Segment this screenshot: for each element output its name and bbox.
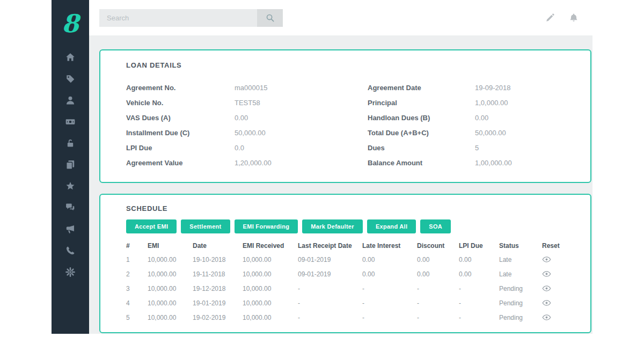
reset-view-button[interactable]: [542, 300, 551, 306]
field-value: 50,000.00: [235, 125, 368, 140]
app-logo: 8: [62, 0, 79, 47]
schedule-cell: 10,000.00: [148, 310, 193, 325]
lock-icon[interactable]: [65, 138, 75, 148]
schedule-cell: 19-10-2018: [193, 252, 243, 267]
schedule-cell: -: [362, 310, 417, 325]
schedule-cell: 0.00: [459, 252, 499, 267]
notifications-bell-icon[interactable]: [569, 13, 579, 23]
chat-icon[interactable]: [65, 203, 75, 213]
column-header-last-receipt-date: Last Receipt Date: [298, 239, 362, 252]
reset-cell: [542, 296, 577, 310]
schedule-cell: -: [362, 296, 417, 310]
payments-icon[interactable]: [65, 117, 75, 127]
field-label: Principal: [368, 95, 475, 110]
column-header-status: Status: [499, 239, 542, 252]
schedule-cell: 2: [126, 267, 148, 281]
field-value: 1,0,000.00: [475, 95, 565, 110]
reset-view-button[interactable]: [542, 285, 551, 291]
field-label: Installment Due (C): [126, 125, 235, 140]
settlement-button[interactable]: Settlement: [181, 219, 230, 233]
phone-icon[interactable]: [65, 246, 75, 255]
tag-icon[interactable]: [65, 74, 75, 84]
schedule-cell: 19-12-2018: [193, 281, 243, 296]
schedule-cell: 10,000.00: [148, 296, 193, 310]
documents-icon[interactable]: [65, 160, 75, 170]
schedule-cell: 10,000.00: [148, 252, 193, 267]
field-value: 0.0: [235, 140, 368, 155]
reset-view-button[interactable]: [542, 271, 551, 277]
schedule-row: 110,000.0019-10-201810,000.0009-01-20190…: [126, 252, 577, 267]
field-label: Dues: [368, 140, 475, 155]
announcement-icon[interactable]: [65, 224, 75, 234]
schedule-cell: 10,000.00: [243, 310, 298, 325]
field-label: Handloan Dues (B): [368, 110, 475, 125]
field-label: LPI Due: [126, 140, 235, 155]
field-value: 1,20,000.00: [235, 155, 368, 170]
field-label: Balance Amount: [368, 155, 475, 170]
schedule-cell: 0.00: [459, 267, 499, 281]
emi-forwarding-button[interactable]: EMI Forwarding: [235, 219, 298, 233]
schedule-cell: -: [417, 296, 459, 310]
topbar-icons: [545, 13, 579, 23]
soa-button[interactable]: SOA: [420, 219, 451, 233]
accept-emi-button[interactable]: Accept EMI: [126, 219, 177, 233]
schedule-cell: 0.00: [362, 252, 417, 267]
reset-cell: [542, 252, 577, 267]
sidebar: 8: [52, 0, 89, 334]
schedule-cell: -: [298, 281, 362, 296]
column-header-emi: EMI: [148, 239, 193, 252]
schedule-cell: 19-02-2019: [193, 310, 243, 325]
schedule-cell: 0.00: [417, 267, 459, 281]
star-icon[interactable]: [65, 181, 75, 191]
reset-view-button[interactable]: [542, 314, 551, 320]
schedule-cell: -: [459, 310, 499, 325]
schedule-cell: -: [417, 281, 459, 296]
field-value: 0.00: [475, 110, 565, 125]
schedule-actions: Accept EMISettlementEMI ForwardingMark D…: [126, 219, 565, 233]
reset-cell: [542, 281, 577, 296]
field-value: 19-09-2018: [475, 80, 565, 95]
expand-all-button[interactable]: Expand All: [367, 219, 416, 233]
schedule-cell: 09-01-2019: [298, 252, 362, 267]
home-icon[interactable]: [65, 53, 75, 62]
column-header-emi-received: EMI Received: [243, 239, 298, 252]
column-header-item: #: [126, 239, 148, 252]
schedule-cell: -: [417, 310, 459, 325]
search-bar: [99, 9, 283, 27]
column-header-date: Date: [193, 239, 243, 252]
column-header-late-interest: Late Interest: [362, 239, 417, 252]
mark-defaulter-button[interactable]: Mark Defaulter: [302, 219, 363, 233]
schedule-cell: 0.00: [417, 252, 459, 267]
settings-icon[interactable]: [65, 267, 75, 277]
schedule-row: 210,000.0019-11-201810,000.0009-01-20190…: [126, 267, 577, 281]
schedule-cell: Pending: [499, 310, 542, 325]
column-header-discount: Discount: [417, 239, 459, 252]
field-label: Agreement Date: [368, 80, 475, 95]
schedule-row: 310,000.0019-12-201810,000.00----Pending: [126, 281, 577, 296]
schedule-title: SCHEDULE: [126, 204, 565, 213]
field-value: ma000015: [235, 80, 368, 95]
column-header-reset: Reset: [542, 239, 577, 252]
edit-pencil-icon[interactable]: [545, 13, 555, 23]
field-value: TEST58: [235, 95, 368, 110]
sidebar-nav: [65, 53, 75, 277]
search-button[interactable]: [257, 9, 283, 27]
reset-view-button[interactable]: [542, 257, 551, 262]
schedule-cell: 10,000.00: [243, 267, 298, 281]
search-input[interactable]: [99, 9, 257, 27]
main-content: LOAN DETAILS Agreement No.ma000015Agreem…: [89, 35, 592, 334]
search-icon: [266, 13, 275, 23]
field-value: 50,000.00: [475, 125, 565, 140]
field-value: 1,00,000.00: [475, 155, 565, 170]
schedule-cell: 3: [126, 281, 148, 296]
field-label: VAS Dues (A): [126, 110, 235, 125]
schedule-cell: 10,000.00: [148, 267, 193, 281]
schedule-cell: 10,000.00: [243, 281, 298, 296]
schedule-cell: Pending: [499, 281, 542, 296]
user-icon[interactable]: [65, 96, 75, 105]
schedule-cell: -: [298, 296, 362, 310]
field-label: Agreement Value: [126, 155, 235, 170]
schedule-row: 410,000.0019-01-201910,000.00----Pending: [126, 296, 577, 310]
field-label: Vehicle No.: [126, 95, 235, 110]
loan-details-card: LOAN DETAILS Agreement No.ma000015Agreem…: [99, 49, 591, 183]
